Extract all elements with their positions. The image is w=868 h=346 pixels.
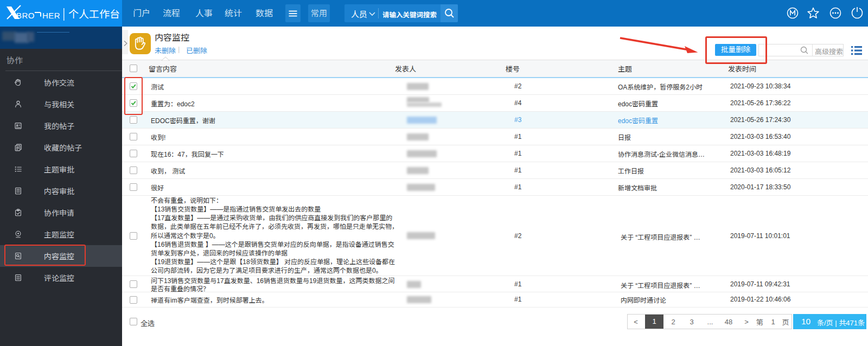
svg-text:BRO: BRO bbox=[16, 11, 35, 20]
svg-text:个人工作台: 个人工作台 bbox=[68, 6, 120, 21]
svg-text:HER: HER bbox=[42, 11, 60, 20]
